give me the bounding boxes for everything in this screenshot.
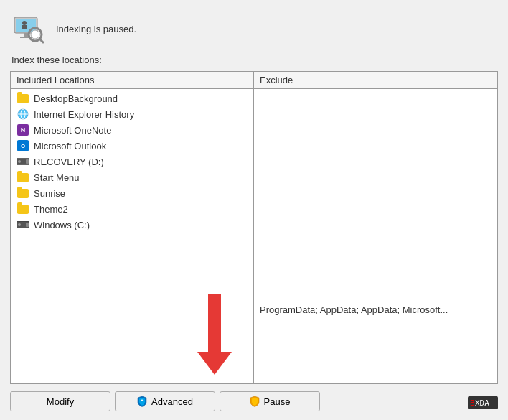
svg-text:B: B [470, 398, 475, 408]
advanced-label: Advanced [151, 396, 193, 407]
xda-watermark: B XDA [468, 396, 498, 411]
status-text: Indexing is paused. [56, 24, 136, 34]
list-item[interactable]: DesktopBackground [11, 90, 253, 106]
pause-label: Pause [264, 396, 291, 407]
drive-icon [17, 155, 29, 168]
locations-table: Included Locations Exclude DesktopBackgr… [10, 71, 498, 384]
indexing-svg-icon [11, 11, 46, 46]
svg-point-19 [18, 223, 21, 226]
svg-point-15 [18, 160, 21, 163]
pause-shield-icon [250, 396, 260, 407]
drive-c-icon [17, 218, 29, 231]
included-locations-header: Included Locations [11, 72, 254, 88]
exclude-text: ProgramData; AppData; AppData; Microsoft… [254, 303, 497, 317]
xda-logo: B XDA [468, 396, 498, 411]
ie-icon [17, 108, 29, 121]
list-item[interactable]: Windows (C:) [11, 217, 253, 233]
item-label: Windows (C:) [34, 220, 90, 230]
svg-rect-8 [22, 25, 27, 29]
onenote-icon: N [17, 123, 29, 136]
item-label: Theme2 [34, 204, 68, 215]
list-item[interactable]: Sunrise [11, 185, 253, 201]
footer: Modify Advanced Pause [0, 384, 508, 420]
table-body: DesktopBackground Internet Explorer Hist… [11, 89, 497, 383]
outlook-icon: O [17, 139, 29, 152]
index-locations-label: Index these locations: [0, 55, 508, 71]
header-section: Indexing is paused. [0, 0, 508, 55]
item-label: Start Menu [34, 172, 80, 183]
folder-icon [17, 171, 29, 184]
svg-rect-14 [26, 159, 29, 164]
indexing-options-dialog: Indexing is paused. Index these location… [0, 0, 508, 420]
exclude-header: Exclude [254, 72, 497, 88]
svg-text:XDA: XDA [475, 398, 489, 408]
table-header: Included Locations Exclude [11, 72, 497, 89]
svg-rect-2 [24, 33, 28, 37]
item-label: Microsoft OneNote [34, 125, 111, 136]
list-item[interactable]: O Microsoft Outlook [11, 138, 253, 154]
svg-point-5 [31, 30, 39, 39]
svg-rect-18 [26, 223, 29, 227]
list-item[interactable]: Start Menu [11, 169, 253, 185]
shield-icon [137, 396, 147, 407]
folder-icon [17, 202, 29, 215]
item-label: Sunrise [34, 188, 65, 199]
list-item[interactable]: RECOVERY (D:) [11, 154, 253, 169]
item-label: Microsoft Outlook [34, 141, 106, 151]
svg-point-7 [22, 21, 27, 25]
folder-icon [17, 92, 29, 105]
list-item[interactable]: N Microsoft OneNote [11, 122, 253, 138]
exclude-list: ProgramData; AppData; AppData; Microsoft… [254, 89, 497, 383]
svg-line-6 [39, 39, 43, 42]
pause-button[interactable]: Pause [220, 391, 320, 411]
list-item[interactable]: Theme2 [11, 201, 253, 217]
modify-button[interactable]: Modify [10, 391, 110, 411]
included-locations-list: DesktopBackground Internet Explorer Hist… [11, 89, 254, 383]
item-label: RECOVERY (D:) [34, 157, 104, 167]
item-label: DesktopBackground [34, 93, 118, 104]
list-item[interactable]: Internet Explorer History [11, 106, 253, 122]
item-label: Internet Explorer History [34, 109, 134, 120]
indexing-icon [11, 11, 46, 46]
folder-icon [17, 187, 29, 200]
modify-label: Modify [47, 396, 74, 407]
modify-underline: M [47, 396, 55, 407]
advanced-button[interactable]: Advanced [115, 391, 215, 411]
